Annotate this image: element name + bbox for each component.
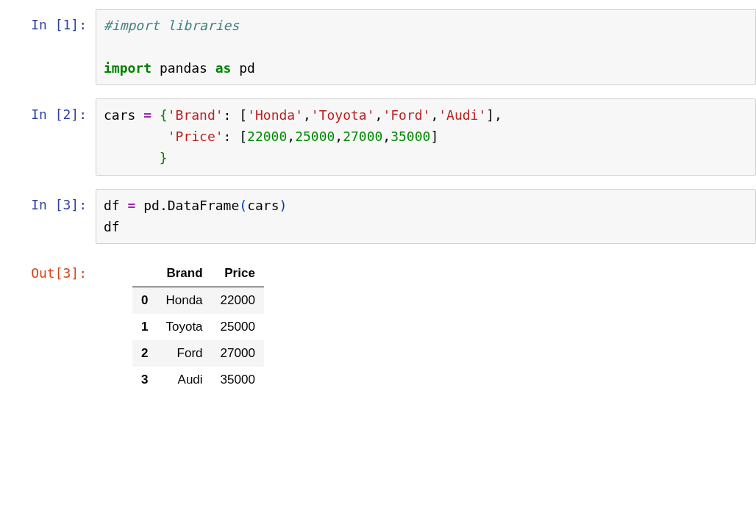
- row-index: 2: [132, 340, 157, 367]
- cell-value: 27000: [212, 340, 264, 367]
- index-header: [132, 260, 157, 287]
- cell-value: Honda: [157, 287, 211, 314]
- table-row: 1 Toyota 25000: [132, 314, 264, 340]
- code-input[interactable]: cars = {'Brand': ['Honda','Toyota','Ford…: [96, 98, 756, 175]
- table-row: 2 Ford 27000: [132, 340, 264, 367]
- column-header: Brand: [157, 260, 211, 287]
- input-prompt: In [2]:: [15, 98, 96, 126]
- row-index: 1: [132, 314, 157, 340]
- cell-value: Audi: [157, 367, 211, 393]
- cell-value: 22000: [212, 287, 264, 314]
- cell-value: 25000: [212, 314, 264, 340]
- row-index: 0: [132, 287, 157, 314]
- row-index: 3: [132, 367, 157, 393]
- cell-value: Toyota: [157, 314, 211, 340]
- code-input[interactable]: df = pd.DataFrame(cars) df: [96, 189, 756, 245]
- cell-value: 35000: [212, 367, 264, 393]
- output-prompt: Out[3]:: [15, 257, 96, 284]
- output-area: Brand Price 0 Honda 22000 1 Toyota 25000…: [96, 257, 756, 393]
- output-cell: Out[3]: Brand Price 0 Honda 22000 1 Toyo…: [15, 257, 756, 393]
- dataframe-table: Brand Price 0 Honda 22000 1 Toyota 25000…: [132, 260, 264, 393]
- cell-value: Ford: [157, 340, 211, 367]
- code-input[interactable]: #import libraries import pandas as pd: [96, 9, 756, 85]
- table-row: 0 Honda 22000: [132, 287, 264, 314]
- code-cell: In [3]: df = pd.DataFrame(cars) df: [15, 189, 756, 245]
- code-cell: In [1]: #import libraries import pandas …: [15, 9, 756, 85]
- table-row: 3 Audi 35000: [132, 367, 264, 393]
- input-prompt: In [3]:: [15, 189, 96, 216]
- input-prompt: In [1]:: [15, 9, 96, 36]
- column-header: Price: [212, 260, 264, 287]
- code-cell: In [2]: cars = {'Brand': ['Honda','Toyot…: [15, 98, 756, 175]
